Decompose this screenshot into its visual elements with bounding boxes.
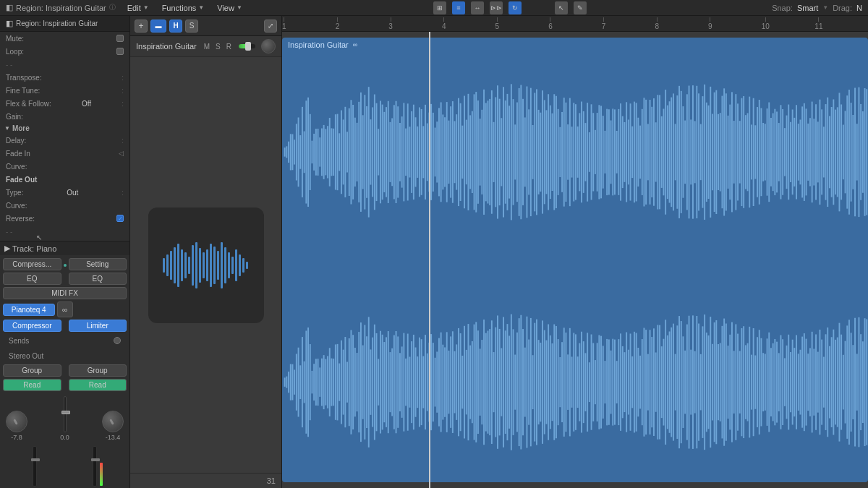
functions-menu[interactable]: Functions ▼ [156,2,210,14]
region-inspector-header: ◧ Region: Inspiration Guitar [0,16,129,32]
pointer-tool[interactable]: ↖ [555,1,568,14]
scale-button[interactable]: ⤢ [264,20,277,33]
type-row: Type: Out : [0,186,129,199]
view-menu[interactable]: View ▼ [211,2,248,14]
functions-menu-chevron: ▼ [198,4,204,11]
ruler-mark-10: 10 [762,17,770,30]
fadeout-row: Fade Out [0,173,129,186]
volume-knob-2[interactable] [102,411,124,432]
m-button[interactable]: M [203,43,211,51]
svg-rect-12 [206,249,208,281]
mini-fader-track-2 [93,446,97,487]
cursor-indicator: ↖ [36,234,42,241]
r-button[interactable]: R [225,43,233,51]
loop-checkbox[interactable] [116,48,124,55]
waveform-button[interactable]: ▬ [150,20,166,33]
compress-button[interactable]: Compress... [3,258,61,270]
svg-rect-16 [221,242,223,288]
mini-fader-handle-1[interactable] [31,458,40,461]
list-btn[interactable]: ≡ [452,1,465,14]
compressor-button[interactable]: Compressor [3,320,61,332]
svg-rect-21 [239,254,241,276]
fadeout-label: Fade Out [6,176,37,184]
region-name-middle: Inspiration Guitar [136,42,197,51]
region-pan-knob[interactable] [261,39,276,53]
fader-group: 0.0 [32,396,98,441]
edit-menu[interactable]: Edit ▼ [122,2,155,14]
fader-handle[interactable] [61,411,70,414]
mini-fader-2 [67,446,124,487]
read-button-2[interactable]: Read [69,379,127,391]
limiter-button[interactable]: Limiter [69,320,127,332]
midifx-row: MIDI FX [3,287,127,299]
compress-row: Compress... Setting [3,258,127,270]
gain-label: Gain: [6,113,23,121]
loop-btn[interactable]: ↻ [509,1,522,14]
audio-region-header: Inspiration Guitar ∞ [288,40,357,49]
mini-fader-handle-2[interactable] [91,458,100,461]
snap-label: Snap: [772,4,793,12]
volume-knob-1[interactable] [6,411,27,432]
eq-button-2[interactable]: EQ [69,273,127,285]
svg-rect-18 [228,252,230,278]
region-info-icon: ⓘ [109,3,116,12]
add-button[interactable]: + [135,20,148,33]
s-button[interactable]: S [214,43,222,51]
curve-label-1: Curve: [6,163,27,171]
sends-label: Sends [9,337,29,345]
mute-checkbox[interactable] [116,35,124,42]
curve-row-1: Curve: [0,160,129,173]
cursor-row: - - ↖ [0,225,129,238]
read-button-1[interactable]: Read [3,379,61,391]
delay-label: Delay: [6,137,26,145]
svg-rect-4 [177,244,179,287]
toolbar-center: ⊞ ≡ ↔ ⊳⊳ ↻ ↖ ✎ [254,1,766,14]
reverse-checkbox[interactable]: ✓ [116,215,124,222]
region-fader-handle[interactable] [245,42,251,51]
track-header[interactable]: ▶ Track: Piano [0,241,129,255]
mini-fader-1 [6,446,64,487]
skip-btn[interactable]: ⊳⊳ [490,1,503,14]
mute-label: Mute: [6,35,24,43]
preview-waveform-svg [159,236,253,294]
audio-region[interactable]: Inspiration Guitar ∞ [282,38,868,482]
svg-rect-0 [163,258,165,273]
eq-button-1[interactable]: EQ [3,273,61,285]
knob-group-2: -13.4 [102,411,124,441]
ruler-mark-9: 9 [708,17,712,30]
fadein-row: Fade In ◁ [0,147,129,160]
mini-fader-track-1 [33,446,37,487]
S-button[interactable]: S [185,20,198,33]
track-triangle: ▶ [4,244,10,253]
svg-rect-5 [181,249,183,281]
setting-button[interactable]: Setting [69,258,127,270]
grid-btn[interactable]: ⊞ [433,1,446,14]
more-section[interactable]: ▼ More [0,123,129,134]
svg-rect-8 [192,245,194,286]
snap-value: Smart [797,4,818,12]
cursor-btn[interactable]: ↔ [471,1,484,14]
ruler-mark-2: 2 [336,17,340,30]
knob-value-2: -13.4 [106,434,121,441]
svg-rect-3 [174,247,176,283]
gain-row: Gain: [0,110,129,123]
svg-rect-7 [188,257,190,274]
knob-value-1: -7.8 [11,434,22,441]
reverse-label: Reverse: [6,215,35,223]
group-button-2[interactable]: Group [69,364,127,377]
region-inspector-icon: ◧ [6,19,13,28]
group-button-1[interactable]: Group [3,364,61,377]
audio-region-icon: ∞ [353,41,357,48]
pencil-tool[interactable]: ✎ [574,1,587,14]
ruler-mark-11: 11 [814,17,822,30]
link-button[interactable]: ∞ [57,301,73,317]
H-button[interactable]: H [169,20,182,33]
svg-rect-14 [213,247,216,284]
region-volume-fader[interactable] [239,44,255,48]
midifx-button[interactable]: MIDI FX [3,287,127,299]
loop-row: Loop: [0,45,129,58]
waveform-preview-box [148,207,264,323]
pianoteq-button[interactable]: Pianoteq 4 [3,304,55,316]
knob-group-1: -7.8 [6,411,27,441]
ruler-mark-7: 7 [602,17,606,30]
